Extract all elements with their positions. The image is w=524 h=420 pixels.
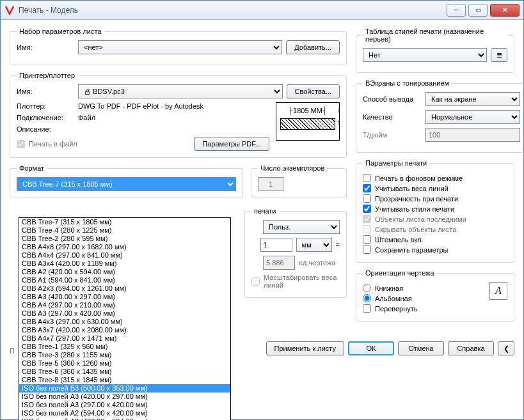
paper-option[interactable]: CBB A1 (594.00 x 841.00 мм) [19,276,230,284]
paper-option[interactable]: ISO без полей A3 (297.00 x 420.00 мм) [19,401,230,409]
scale-lw-check [251,277,260,286]
paper-option[interactable]: ISO без полей A2 (420.00 x 594.00 мм) [19,417,230,420]
app-icon [4,5,15,15]
paper-option[interactable]: ISO без полей A3 (420.00 x 297.00 мм) [19,393,230,401]
shade-group: ВЭкраны с тонированием Способ выводаКак … [356,79,524,153]
orient-portrait-radio[interactable] [363,284,371,292]
printer-props-button[interactable]: Свойства... [287,84,340,98]
paper-preview: ├1805 MM┤ ↓ ↑ [276,102,340,141]
paper-option[interactable]: CBB Tree-8 (315 x 1845 мм) [19,376,230,384]
page-setup-legend: Набор параметров листа [17,27,104,35]
opt-hide-check [363,225,371,233]
plot-to-file-check [17,140,25,148]
scale-unit-select[interactable]: мм [296,238,332,252]
paper-option[interactable]: CBB Tree-7 (315 x 1805 мм) [19,218,230,226]
scale-bot-input [263,256,295,270]
apply-label: П [10,347,15,355]
paper-size-select[interactable]: CBB Tree-7 (315 x 1805 мм) [17,177,236,191]
orient-legend: Ориентация чертежа [363,269,437,277]
paper-option[interactable]: CBB A3 (420.00 x 297.00 мм) [19,293,230,301]
opts-legend: Параметры печати [363,159,429,167]
plotter-label: Плоттер: [17,102,74,110]
paper-option[interactable]: ISO без полей B3 (500.00 x 353.00 мм) [19,384,230,393]
orient-landscape-radio[interactable] [363,294,371,302]
scale-custom-select[interactable]: Польз. [263,220,340,234]
opt-stamp-check[interactable] [363,235,371,244]
area-legend: печати [251,207,279,215]
opt-ps-check[interactable] [363,205,371,213]
scale-top-input[interactable] [260,238,292,252]
paper-option[interactable]: CBB A2 (420.00 x 594.00 мм) [19,268,230,276]
paper-option[interactable]: CBB A2x3 (594.00 x 1261.00 мм) [19,284,230,293]
copies-group: Число экземпляров [251,164,347,198]
paper-option[interactable]: CBB Tree-4 (280 x 1225 мм) [19,226,230,235]
paper-option[interactable]: CBB Tree-2 (280 x 595 мм) [19,235,230,243]
page-name-label: Имя: [17,43,74,51]
pdf-options-button[interactable]: Параметры PDF... [194,137,269,151]
ok-button[interactable]: ОК [348,341,394,355]
dpi-input [425,128,520,142]
printer-legend: Принтер/плоттер [17,72,77,79]
printer-select[interactable]: 🖨 BDSV.pc3 [78,84,283,98]
window-title: Печать - Модель [19,6,444,15]
orientation-icon: A [489,282,507,300]
port-label: Подключение: [17,114,74,121]
maximize-button[interactable]: ▭ [468,4,488,17]
paper-option[interactable]: ISO без полей A2 (594.00 x 420.00 мм) [19,409,230,417]
opt-lw-check[interactable] [363,184,371,192]
paper-option[interactable]: CBB A4x8 (297.00 x 1682.00 мм) [19,243,230,251]
collapse-button[interactable]: ❮ [498,341,514,355]
paper-option[interactable]: CBB Tree-6 (360 x 1435 мм) [19,368,230,376]
paper-option[interactable]: CBB A4x3 (297.00 x 630.00 мм) [19,318,230,326]
desc-label: Описание: [17,125,74,133]
printer-name-label: Имя: [17,88,74,95]
copies-input [258,177,283,191]
paper-option[interactable]: CBB A4x7 (297.00 x 1471 мм) [19,334,230,343]
titlebar: Печать - Модель ─ ▭ ✕ [1,1,523,20]
paper-option[interactable]: CBB A4x4 (297.00 x 841.00 мм) [19,251,230,260]
apply-button[interactable]: Применить к листу [266,341,345,355]
cancel-button[interactable]: Отмена [398,341,444,355]
paper-size-dropdown[interactable]: CBB Tree-7 (315 x 1805 мм)CBB Tree-4 (28… [19,217,231,420]
opt-save-check[interactable] [363,245,371,254]
opt-tr-check[interactable] [363,194,371,203]
opt-bg-check[interactable] [363,174,371,182]
close-button[interactable]: ✕ [490,4,520,17]
plotter-value: DWG To PDF - PDF ePlot - by Autodesk [78,102,203,110]
paper-size-group: Формат CBB Tree-7 (315 x 1805 мм) [10,164,243,198]
paper-option[interactable]: CBB Tree-3 (280 x 1155 мм) [19,351,230,359]
help-button[interactable]: Справка [448,341,494,355]
plot-style-select[interactable]: Нет [363,48,487,62]
page-name-select[interactable]: <нет> [78,40,282,54]
paper-option[interactable]: CBB Tree-1 (325 x 560 мм) [19,343,230,351]
shade-output-select[interactable]: Как на экране [425,92,520,106]
orient-upside-check[interactable] [363,304,371,313]
paper-option[interactable]: CBB Tree-5 (360 x 1260 мм) [19,359,230,368]
styles-legend: Таблица стилей печати (назначение перьев… [363,27,507,43]
paper-option[interactable]: CBB A3x4 (420.00 x 1189 мм) [19,260,230,268]
paper-legend: Формат [17,164,47,172]
plot-styles-group: Таблица стилей печати (назначение перьев… [356,27,514,73]
edit-styles-button[interactable]: ≣ [491,48,507,62]
print-dialog: Печать - Модель ─ ▭ ✕ Набор параметров л… [0,0,524,420]
paper-option[interactable]: CBB A3 (297.00 x 420.00 мм) [19,309,230,318]
shade-quality-select[interactable]: Нормальное [425,110,520,124]
plot-options-group: Параметры печати Печать в фоновом режиме… [356,159,514,263]
shade-legend: ВЭкраны с тонированием [363,79,452,87]
page-setup-group: Набор параметров листа Имя: <нет> Добави… [10,27,347,65]
orientation-group: Ориентация чертежа Книжная Альбомная Пер… [356,269,514,322]
minimize-button[interactable]: ─ [447,4,466,17]
paper-option[interactable]: CBB A4 (297.00 x 210.00 мм) [19,301,230,309]
port-value: Файл [78,114,95,121]
opt-last-check [363,215,371,223]
paper-option[interactable]: CBB A3x7 (420.00 x 2080.00 мм) [19,326,230,334]
copies-legend: Число экземпляров [258,164,327,172]
scale-group: печати Польз. мм = ед.чертежа Масштабиро… [244,207,347,298]
printer-group: Принтер/плоттер Имя: 🖨 BDSV.pc3 Свойства… [10,72,347,158]
add-pageset-button[interactable]: Добавить... [286,40,340,54]
